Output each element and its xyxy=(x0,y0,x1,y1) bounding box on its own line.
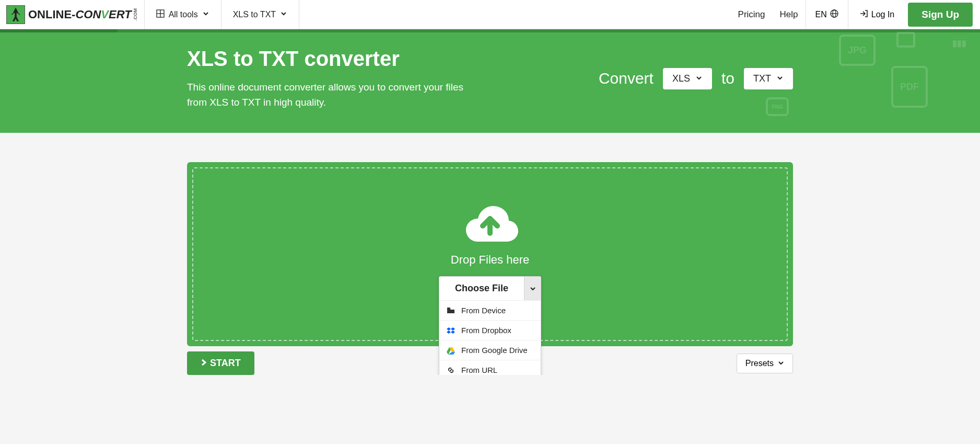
to-label: to xyxy=(721,70,734,87)
drop-text: Drop Files here xyxy=(451,253,529,267)
nav-all-tools[interactable]: All tools xyxy=(144,0,221,29)
menu-from-dropbox-label: From Dropbox xyxy=(461,326,511,335)
page-description: This online document converter allows yo… xyxy=(187,80,480,110)
logo-text-online: ONLINE- xyxy=(28,8,75,21)
nav-converter[interactable]: XLS to TXT xyxy=(221,0,299,29)
page-title: XLS to TXT converter xyxy=(187,47,480,71)
signup-button[interactable]: Sign Up xyxy=(908,3,973,27)
menu-from-gdrive-label: From Google Drive xyxy=(461,346,528,355)
logo[interactable]: ONLINE-CONVERT .COM xyxy=(0,5,144,24)
dropbox-icon xyxy=(447,326,455,335)
convert-selector: Convert XLS to TXT xyxy=(599,68,793,89)
main: Drop Files here Choose File From Device … xyxy=(187,162,793,375)
nav-all-tools-label: All tools xyxy=(169,10,198,19)
to-format-value: TXT xyxy=(753,73,771,84)
login-icon xyxy=(860,9,868,20)
presets-label: Presets xyxy=(745,359,774,368)
menu-from-gdrive[interactable]: From Google Drive xyxy=(439,340,541,360)
hero: JPG PDF PNG ▮▮▮ XLS to TXT converter Thi… xyxy=(0,29,980,133)
nav-right: Pricing Help EN Log In Sign Up xyxy=(731,0,980,29)
choose-file-dropdown: Choose File From Device From Dropbox Fro… xyxy=(439,276,541,375)
chevron-right-icon xyxy=(201,358,207,369)
chevron-down-icon xyxy=(202,10,209,19)
nav-language[interactable]: EN xyxy=(806,0,848,29)
nav-language-label: EN xyxy=(815,10,827,19)
convert-label: Convert xyxy=(599,70,654,87)
menu-from-dropbox[interactable]: From Dropbox xyxy=(439,320,541,340)
logo-icon xyxy=(6,5,25,24)
chevron-down-icon xyxy=(776,73,784,84)
cloud-upload-icon xyxy=(459,200,521,246)
choose-file-button[interactable]: Choose File xyxy=(439,277,524,300)
dropzone[interactable]: Drop Files here Choose File From Device … xyxy=(187,162,793,346)
menu-from-device-label: From Device xyxy=(461,306,506,315)
logo-text-ert: ERT xyxy=(109,8,132,21)
chevron-down-icon xyxy=(778,359,784,368)
nav-pricing[interactable]: Pricing xyxy=(731,9,773,20)
from-format-value: XLS xyxy=(672,73,690,84)
to-format-select[interactable]: TXT xyxy=(744,68,793,89)
folder-icon xyxy=(447,306,455,315)
link-icon xyxy=(447,366,455,374)
menu-from-url[interactable]: From URL xyxy=(439,360,541,375)
nav-converter-label: XLS to TXT xyxy=(233,10,276,19)
login-label: Log In xyxy=(871,10,894,19)
google-drive-icon xyxy=(447,346,455,355)
menu-from-device[interactable]: From Device xyxy=(439,300,541,320)
header: ONLINE-CONVERT .COM All tools XLS to TXT… xyxy=(0,0,980,29)
globe-icon xyxy=(830,9,838,20)
start-label: START xyxy=(210,358,241,369)
logo-text-v: V xyxy=(101,8,109,21)
logo-text-con: CON xyxy=(75,8,101,21)
logo-com: .COM xyxy=(133,8,138,21)
start-button[interactable]: START xyxy=(187,351,254,375)
chevron-down-icon xyxy=(280,10,287,19)
chevron-down-icon xyxy=(530,286,536,292)
presets-button[interactable]: Presets xyxy=(737,354,793,373)
from-format-select[interactable]: XLS xyxy=(663,68,712,89)
menu-from-url-label: From URL xyxy=(461,366,497,374)
login-button[interactable]: Log In xyxy=(848,9,906,20)
nav-help[interactable]: Help xyxy=(773,9,806,20)
chevron-down-icon xyxy=(695,73,703,84)
grid-icon xyxy=(156,9,165,20)
choose-file-caret[interactable] xyxy=(524,277,541,300)
